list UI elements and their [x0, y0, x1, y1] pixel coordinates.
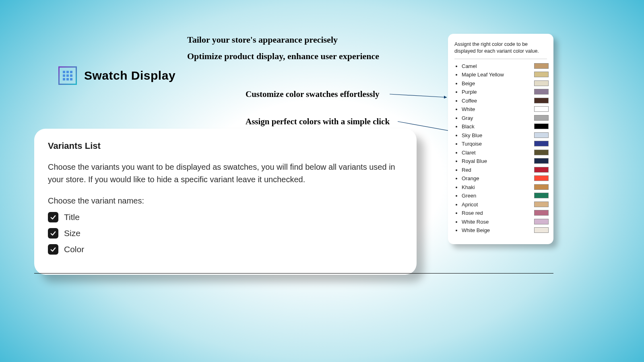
color-swatch[interactable]	[534, 227, 549, 233]
color-name: Black	[462, 123, 475, 130]
brand-logo: Swatch Display	[58, 66, 175, 85]
color-name: Sky Blue	[462, 132, 482, 138]
svg-line-0	[390, 94, 447, 97]
color-name: White Beige	[462, 227, 490, 233]
color-list-item: Camel	[462, 63, 547, 69]
base-divider	[34, 273, 553, 274]
color-list-item: Coffee	[462, 98, 547, 104]
color-name: White	[462, 106, 475, 112]
variant-checkbox[interactable]	[48, 212, 58, 222]
color-name: White Rose	[462, 219, 489, 225]
color-name: Claret	[462, 150, 476, 156]
color-swatch[interactable]	[534, 193, 549, 198]
color-name: Beige	[462, 80, 475, 86]
color-swatch[interactable]	[534, 210, 549, 216]
tagline-1: Tailor your store's appearance precisely	[187, 35, 338, 45]
color-swatch[interactable]	[534, 72, 549, 77]
color-list-item: Apricot	[462, 202, 547, 208]
color-list-item: Sky Blue	[462, 132, 547, 138]
color-list-item: Green	[462, 193, 547, 199]
variant-item: Size	[48, 228, 403, 239]
callout-customize: Customize color swatches effortlessly	[246, 89, 380, 99]
color-name: Green	[462, 193, 476, 199]
variant-label: Size	[64, 228, 80, 238]
color-swatch[interactable]	[534, 115, 549, 121]
variant-label: Color	[64, 245, 84, 254]
color-swatch[interactable]	[534, 89, 549, 95]
color-list-item: Beige	[462, 80, 547, 86]
callout-assign: Assign perfect colors with a simple clic…	[246, 117, 390, 127]
color-list-item: Gray	[462, 115, 547, 121]
color-swatch[interactable]	[534, 150, 549, 155]
variant-checkbox[interactable]	[48, 228, 58, 239]
color-card-description: Assignt the right color code to be displ…	[454, 41, 547, 55]
color-name: Orange	[462, 175, 479, 181]
color-list-item: Khaki	[462, 184, 547, 190]
color-list-item: Orange	[462, 175, 547, 181]
color-swatch[interactable]	[534, 141, 549, 146]
color-swatch[interactable]	[534, 175, 549, 181]
variants-list-title: Variants List	[48, 141, 403, 151]
variants-list-description: Choose the variants you want to be displ…	[48, 161, 403, 186]
tagline-2: Optimize product display, enhance user e…	[187, 51, 379, 62]
color-list: CamelMaple Leaf YellowBeigePurpleCoffeeW…	[454, 63, 547, 234]
variant-item: Color	[48, 244, 403, 255]
color-assignment-card: Assignt the right color code to be displ…	[448, 34, 553, 244]
swatch-grid-icon	[58, 66, 77, 85]
color-list-item: White Rose	[462, 219, 547, 225]
color-list-item: Maple Leaf Yellow	[462, 72, 547, 78]
brand-name: Swatch Display	[84, 69, 175, 82]
color-name: Rose red	[462, 210, 483, 216]
divider	[454, 59, 547, 59]
color-name: Royal Blue	[462, 158, 487, 164]
color-list-item: Turqoise	[462, 141, 547, 147]
color-name: Red	[462, 167, 471, 173]
color-list-item: White Beige	[462, 227, 547, 233]
color-swatch[interactable]	[534, 184, 549, 190]
color-swatch[interactable]	[534, 123, 549, 129]
color-name: Purple	[462, 89, 477, 95]
color-list-item: White	[462, 106, 547, 112]
variants-list-panel: Variants List Choose the variants you wa…	[34, 129, 417, 275]
color-list-item: Royal Blue	[462, 158, 547, 164]
color-list-item: Purple	[462, 89, 547, 95]
color-list-item: Red	[462, 167, 547, 173]
color-name: Khaki	[462, 184, 475, 190]
variant-checkbox[interactable]	[48, 244, 58, 255]
color-name: Apricot	[462, 202, 478, 208]
color-swatch[interactable]	[534, 80, 549, 86]
color-swatch[interactable]	[534, 132, 549, 138]
color-name: Gray	[462, 115, 473, 121]
color-swatch[interactable]	[534, 106, 549, 112]
color-swatch[interactable]	[534, 202, 549, 207]
color-swatch[interactable]	[534, 219, 549, 224]
arrow-customize-to-list	[390, 92, 450, 101]
color-list-item: Black	[462, 123, 547, 130]
color-swatch[interactable]	[534, 158, 549, 164]
check-icon	[50, 246, 57, 253]
color-swatch[interactable]	[534, 167, 549, 173]
check-icon	[50, 214, 57, 221]
color-swatch[interactable]	[534, 98, 549, 103]
color-name: Coffee	[462, 98, 477, 104]
variants-choose-label: Choose the variant names:	[48, 196, 403, 206]
color-list-item: Rose red	[462, 210, 547, 216]
variant-item: Title	[48, 212, 403, 222]
color-list-item: Claret	[462, 150, 547, 156]
color-name: Camel	[462, 63, 477, 69]
variant-label: Title	[64, 212, 80, 222]
color-name: Maple Leaf Yellow	[462, 72, 504, 78]
check-icon	[50, 230, 57, 237]
color-swatch[interactable]	[534, 63, 549, 69]
color-name: Turqoise	[462, 141, 482, 147]
